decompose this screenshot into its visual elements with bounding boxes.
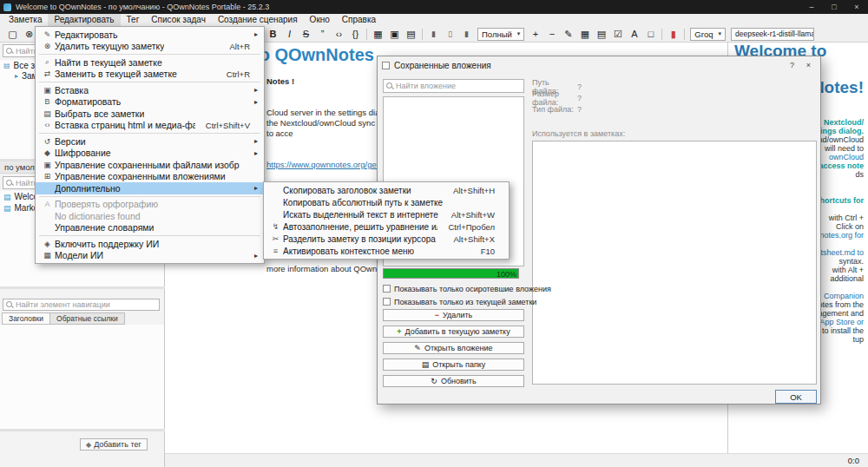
menu-item[interactable]: ✎ Редактировать ▸ [36,29,264,41]
checkbox[interactable] [383,298,391,306]
menu-item[interactable]: A Проверять орфографию [36,199,264,211]
insert-image-icon[interactable]: ▣ [386,27,403,42]
preview-line: with Ctrl + [829,214,864,222]
file-info-row: Тип файла: ? [532,103,582,115]
file-info-value: ? [577,105,582,114]
menu-item[interactable]: Дополнительно ▸ [36,182,264,194]
todo-list-icon[interactable]: ☑ [609,27,626,42]
checkbox-label: Показывать только из текущей заметки [394,298,536,306]
bold-icon[interactable]: B [265,27,281,42]
ok-button[interactable]: OK [775,390,817,404]
menu-item[interactable]: ◈ Включить поддержку ИИ [36,238,264,250]
new-note-icon[interactable]: ▢ [4,27,21,42]
workspace-icon[interactable]: ▤ [593,27,609,42]
close-button[interactable]: × [845,0,868,14]
open-attachment-button[interactable]: ✎ Открыть вложение [383,342,524,354]
file-info: Путь файла: ? Размер файла: ? Тип файла:… [532,81,582,115]
menu-item[interactable]: ‹› Вставка страниц html и медиа-файлов C… [36,120,264,132]
menubar-item[interactable]: Создание сценария [212,14,304,26]
remove-attachment-button[interactable]: − Удалить [383,309,524,321]
submenu-arrow-icon: ▸ [250,137,258,145]
checkbox[interactable] [383,285,391,293]
zoom-in-icon[interactable]: + [527,27,543,42]
menu-item[interactable]: B Форматировать ▸ [36,96,264,109]
lock-icon[interactable]: ▮ [425,27,442,42]
preview-line: with Alt + [832,266,864,274]
attachment-search-input[interactable] [396,82,521,90]
zoom-out-icon[interactable]: − [543,27,560,42]
submenu-arrow-icon: ▸ [250,149,258,157]
menu-item[interactable]: ⌕ Найти в текущей заметке [36,56,264,69]
menu-item[interactable]: ▤ Выбрать все заметки [36,108,264,120]
navigation-search-input[interactable] [16,300,156,309]
maximize-button[interactable]: □ [823,0,845,14]
add-to-current-note-button[interactable]: + Добавить в текущую заметку [383,326,524,338]
folder-icon: ▸ [15,72,18,80]
preview-line: App Store or [819,318,864,326]
submenu-item[interactable]: Искать выделенный текст в интернете Alt+… [264,208,509,220]
edit-menu: ✎ Редактировать ▸ ⊗ Удалить текущую заме… [35,26,265,264]
checkbox-row[interactable]: Показывать только из текущей заметки [383,295,551,308]
navigation-tab[interactable]: Обратные ссылки [49,312,125,325]
menu-item[interactable]: ⇄ Заменить в текущей заметке Ctrl+R [36,69,264,81]
menu-item[interactable]: ⊗ Удалить текущую заметку Alt+R [36,41,264,53]
navigation-tab[interactable]: Заголовки [2,312,50,325]
menu-item-label: Форматировать [55,96,121,107]
menu-item-icon: ▤ [40,109,55,118]
table-edit-icon[interactable]: ▦ [576,27,593,42]
menu-item-label: Редактировать [55,30,118,40]
strikethrough-icon[interactable]: S [298,27,314,42]
menu-item-icon: ⊞ [40,172,55,181]
dialog-close-button[interactable]: × [801,59,816,71]
checkbox-row[interactable]: Показывать только осиротевшие вложения [383,282,551,295]
recording-icon[interactable]: ▮ [665,27,681,42]
menubar-item[interactable]: Заметка [3,14,48,26]
used-in-notes-list[interactable] [532,141,817,385]
format-table-icon[interactable]: ▤ [403,27,419,42]
menubar-item[interactable]: Список задач [145,14,212,26]
edit-mode-icon[interactable]: ✎ [560,27,576,42]
fullscreen-icon[interactable]: □ [642,27,659,42]
navigation-list[interactable] [0,325,164,429]
unlock-icon[interactable]: ▯ [442,27,458,42]
menubar-item[interactable]: Тег [121,14,146,26]
menubar-item[interactable]: Справка [336,14,382,26]
menu-item[interactable]: ▣ Управление сохраненными файлами изобра… [36,159,264,171]
submenu-item[interactable]: Скопировать заголовок заметки Alt+Shift+… [264,184,509,196]
menu-item[interactable]: ▦ Модели ИИ ▸ [36,250,264,262]
minimize-button[interactable]: – [800,0,823,14]
menu-item[interactable]: No dictionaries found [36,210,264,222]
panel-splitter[interactable] [0,286,165,289]
submenu-item[interactable]: ≡ Активировать контекстное меню F10 [264,245,509,257]
code-block-icon[interactable]: {} [347,27,364,42]
menu-item[interactable]: ↺ Версии ▸ [36,135,264,148]
menu-item[interactable]: ▣ Вставка ▸ [36,84,264,96]
insert-table-icon[interactable]: ▦ [370,27,386,42]
refresh-button[interactable]: ↻ Обновить [383,375,524,387]
menu-item[interactable]: ⊞ Управление сохраненными вложениями [36,171,264,183]
menubar-item[interactable]: Окно [304,14,336,26]
blockquote-icon[interactable]: ” [314,27,331,42]
open-folder-button[interactable]: ▤ Открыть папку [383,358,524,371]
ai-model-select[interactable]: deepseek-r1-distill-llama-70b ▾ [731,28,814,41]
dialog-help-button[interactable]: ? [785,59,799,71]
menubar-item[interactable]: Редактировать [48,14,120,26]
inline-code-icon[interactable]: ‹› [331,27,347,42]
font-size-icon[interactable]: A [626,27,642,42]
submenu-item[interactable]: ✂ Разделить заметку в позиции курсора Al… [264,233,509,245]
ai-backend-select[interactable]: Groq ▾ [690,28,726,41]
menu-item[interactable]: ◆ Шифрование ▸ [36,148,264,160]
submenu-item[interactable]: ↯ Автозаполнение, решить уравнение или о… [264,220,509,233]
italic-icon[interactable]: I [281,27,298,42]
menu-item[interactable]: Управление словарями [36,222,264,234]
navigation-tabs: ЗаголовкиОбратные ссылки [2,312,124,325]
add-tag-button[interactable]: ◆ Добавить тег [80,438,148,451]
menu-item-label: Удалить текущую заметку [55,41,164,51]
submenu-item[interactable]: Копировать абсолютный путь к заметке [264,196,509,208]
note-icon: ▤ [3,204,11,213]
menu-item-label: Активировать контекстное меню [283,247,414,256]
menu-item-label: Выбрать все заметки [55,109,144,119]
heading-format-select[interactable]: Полный ▾ [477,28,524,41]
menu-item-icon: ‹› [40,121,55,129]
encrypt-icon[interactable]: ▮ [458,27,475,42]
